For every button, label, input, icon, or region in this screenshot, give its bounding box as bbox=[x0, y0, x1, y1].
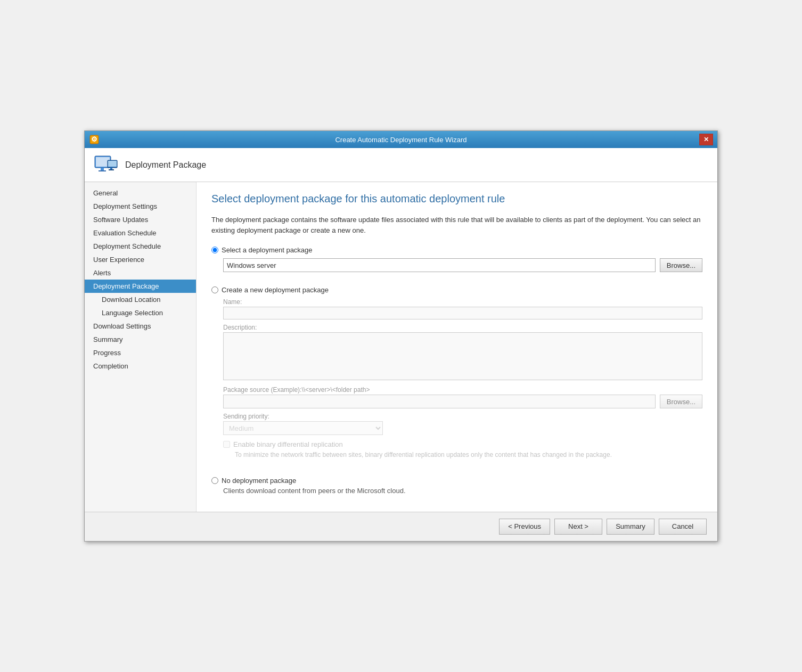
sidebar-item-deployment-settings[interactable]: Deployment Settings bbox=[85, 200, 196, 213]
cancel-button[interactable]: Cancel bbox=[659, 519, 707, 535]
sidebar-item-progress[interactable]: Progress bbox=[85, 346, 196, 359]
radio-select-input[interactable] bbox=[211, 247, 218, 253]
name-input[interactable] bbox=[223, 307, 702, 319]
source-label: Package source (Example):\\<server>\<fol… bbox=[223, 386, 702, 394]
title-bar-icon: ⚙ bbox=[89, 134, 100, 145]
source-input[interactable] bbox=[223, 395, 656, 408]
wizard-header: Deployment Package bbox=[85, 148, 717, 182]
close-button[interactable]: ✕ bbox=[699, 134, 713, 145]
sidebar-item-deployment-package[interactable]: Deployment Package bbox=[85, 280, 196, 293]
summary-button[interactable]: Summary bbox=[607, 519, 654, 535]
title-bar-title: Create Automatic Deployment Rule Wizard bbox=[103, 136, 699, 144]
svg-rect-4 bbox=[101, 168, 104, 170]
svg-rect-9 bbox=[109, 169, 114, 170]
binary-checkbox-row: Enable binary differential replication bbox=[223, 440, 702, 448]
source-browse-button[interactable]: Browse... bbox=[660, 395, 702, 408]
sidebar: GeneralDeployment SettingsSoftware Updat… bbox=[85, 182, 197, 512]
sidebar-item-completion[interactable]: Completion bbox=[85, 359, 196, 373]
sidebar-item-evaluation-schedule[interactable]: Evaluation Schedule bbox=[85, 226, 196, 240]
radio-select-label[interactable]: Select a deployment package bbox=[211, 246, 702, 254]
create-package-section: Name: Description: Package source (Examp… bbox=[223, 298, 702, 460]
radio-create-label[interactable]: Create a new deployment package bbox=[211, 286, 702, 294]
svg-rect-8 bbox=[110, 168, 112, 169]
radio-create-input[interactable] bbox=[211, 286, 218, 293]
header-text: Deployment Package bbox=[125, 160, 206, 170]
title-bar: ⚙ Create Automatic Deployment Rule Wizar… bbox=[85, 131, 717, 148]
browse-button[interactable]: Browse... bbox=[660, 258, 702, 272]
name-label: Name: bbox=[223, 298, 702, 306]
previous-button[interactable]: < Previous bbox=[499, 519, 550, 535]
description-text: The deployment package contains the soft… bbox=[211, 215, 702, 235]
package-row: Browse... bbox=[223, 258, 702, 272]
binary-replication-label: Enable binary differential replication bbox=[233, 440, 343, 448]
radio-group-create: Create a new deployment package Name: De… bbox=[211, 286, 702, 460]
radio-no-package-label[interactable]: No deployment package bbox=[211, 477, 702, 485]
wizard-window: ⚙ Create Automatic Deployment Rule Wizar… bbox=[84, 130, 718, 542]
description-textarea[interactable] bbox=[223, 332, 702, 380]
main-content: Select deployment package for this autom… bbox=[197, 182, 717, 512]
sidebar-item-deployment-schedule[interactable]: Deployment Schedule bbox=[85, 240, 196, 253]
radio-group-select: Select a deployment package Browse... bbox=[211, 246, 702, 280]
sidebar-item-alerts[interactable]: Alerts bbox=[85, 266, 196, 280]
sidebar-item-download-location[interactable]: Download Location bbox=[85, 293, 196, 306]
footer: < Previous Next > Summary Cancel bbox=[85, 512, 717, 541]
sending-priority-label: Sending priority: bbox=[223, 413, 702, 420]
no-package-desc: Clients download content from peers or t… bbox=[223, 487, 702, 495]
sidebar-item-language-selection[interactable]: Language Selection bbox=[85, 306, 196, 319]
sidebar-item-software-updates[interactable]: Software Updates bbox=[85, 213, 196, 226]
next-button[interactable]: Next > bbox=[554, 519, 602, 535]
source-input-wrap bbox=[223, 395, 656, 408]
header-icon bbox=[93, 154, 119, 176]
svg-rect-7 bbox=[108, 161, 117, 167]
sidebar-item-download-settings[interactable]: Download Settings bbox=[85, 319, 196, 333]
package-input[interactable] bbox=[223, 258, 656, 272]
sidebar-item-user-experience[interactable]: User Experience bbox=[85, 253, 196, 266]
description-label: Description: bbox=[223, 324, 702, 331]
binary-desc: To minimize the network traffic between … bbox=[235, 450, 702, 460]
svg-rect-5 bbox=[99, 170, 106, 171]
sidebar-item-general[interactable]: General bbox=[85, 186, 196, 200]
radio-group-no-package: No deployment package Clients download c… bbox=[211, 477, 702, 495]
sidebar-item-summary[interactable]: Summary bbox=[85, 333, 196, 346]
main-title: Select deployment package for this autom… bbox=[211, 193, 702, 205]
sending-priority-select[interactable]: Medium Low High bbox=[223, 421, 383, 435]
svg-text:⚙: ⚙ bbox=[91, 135, 97, 143]
binary-replication-checkbox[interactable] bbox=[223, 441, 230, 448]
wizard-body: GeneralDeployment SettingsSoftware Updat… bbox=[85, 182, 717, 512]
source-row: Browse... bbox=[223, 395, 702, 408]
radio-no-package-input[interactable] bbox=[211, 477, 218, 484]
